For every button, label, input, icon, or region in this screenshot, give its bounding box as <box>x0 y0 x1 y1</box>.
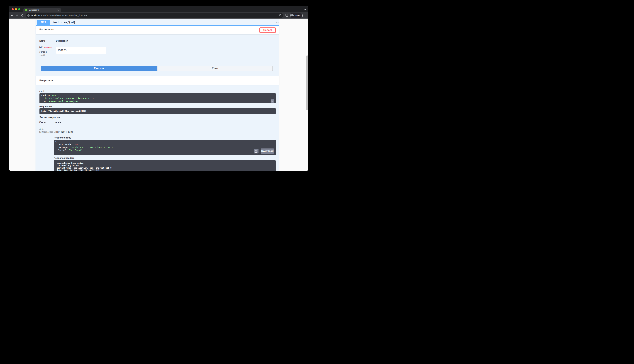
operation-summary[interactable]: GET /articles/{id} <box>36 19 279 26</box>
scrollbar-track-divider <box>306 18 306 171</box>
param-id-input[interactable] <box>56 47 106 54</box>
download-button[interactable]: Download <box>261 148 274 154</box>
browser-toolbar: localhost:3000/api/#/articles/ArticlesCo… <box>9 12 308 19</box>
copy-to-clipboard-icon <box>271 100 274 102</box>
parameters-section-header: Parameters Cancel <box>36 26 279 34</box>
page-info-icon[interactable] <box>28 14 30 17</box>
url-host: localhost <box>31 14 40 17</box>
response-body-block[interactable]: { "statusCode": 404, "message": "Article… <box>54 140 276 155</box>
zoom-icon[interactable] <box>279 14 282 17</box>
collapse-chevron-icon[interactable] <box>276 22 279 23</box>
request-url-value: http://localhost:3000/articles/234235 <box>41 108 86 114</box>
url-text: localhost:3000/api/#/articles/ArticlesCo… <box>31 14 87 17</box>
param-name-header: Name <box>40 40 46 42</box>
browser-menu-icon[interactable] <box>302 14 303 17</box>
tab-close-icon[interactable] <box>57 9 60 12</box>
response-header-divider <box>40 126 276 126</box>
profile-name: Guest <box>295 13 300 18</box>
parameters-tab-underline <box>38 34 54 34</box>
param-type: string <box>39 51 47 53</box>
execute-button[interactable]: Execute <box>41 66 157 71</box>
response-headers-block: connection: keep-alivecontent-length: 86… <box>54 160 276 171</box>
required-label: required <box>44 47 52 48</box>
param-location: (path) <box>39 54 47 56</box>
operation-block-get: GET /articles/{id} Parameters Cancel Nam… <box>36 19 280 171</box>
responses-title: Responses <box>40 76 54 85</box>
back-icon[interactable] <box>11 14 14 17</box>
page-content: GET /articles/{id} Parameters Cancel Nam… <box>9 18 308 171</box>
window-close-button[interactable] <box>12 8 14 10</box>
request-url-label: Request URL <box>40 105 54 108</box>
response-body-json: { "statusCode": 404, "message": "Article… <box>56 140 118 155</box>
response-status-code: 404 <box>39 128 44 130</box>
code-header: Code <box>39 121 46 124</box>
profile-chip[interactable]: Guest <box>290 13 302 18</box>
method-badge: GET <box>37 20 50 25</box>
screenshot-stage: Swagger UI <box>0 0 317 182</box>
tab-parameters[interactable]: Parameters <box>40 26 54 34</box>
response-headers-label: Response headers <box>54 156 74 159</box>
swagger-favicon-icon <box>25 9 28 11</box>
response-body-label: Response body <box>54 136 71 139</box>
responses-section-header: Responses <box>36 76 279 85</box>
response-error-text: Error: Not Found <box>54 130 74 134</box>
operation-path: /articles/{id} <box>52 19 75 26</box>
request-url-block: http://localhost:3000/articles/234235 <box>40 108 276 114</box>
copy-curl-button[interactable] <box>271 99 274 103</box>
side-panel-icon[interactable] <box>286 14 288 16</box>
url-bar[interactable]: localhost:3000/api/#/articles/ArticlesCo… <box>26 13 284 18</box>
reload-icon[interactable] <box>21 14 24 17</box>
tab-title: Swagger UI <box>29 8 40 12</box>
response-headers-list: connection: keep-alivecontent-length: 86… <box>57 162 112 171</box>
url-path: :3000/api/#/articles/ArticlesController_… <box>40 14 87 17</box>
clear-button[interactable]: Clear <box>158 66 273 71</box>
window-zoom-button[interactable] <box>18 8 20 10</box>
browser-tab-swagger-ui[interactable]: Swagger UI <box>24 8 61 12</box>
required-asterisk: * <box>42 46 43 48</box>
cancel-button[interactable]: Cancel <box>260 28 276 33</box>
browser-window: Swagger UI <box>9 6 308 171</box>
details-header: Details <box>54 121 62 124</box>
new-tab-icon[interactable] <box>63 9 65 11</box>
window-minimize-button[interactable] <box>15 8 17 10</box>
guest-avatar-icon <box>290 14 294 17</box>
param-description-header: Description <box>56 40 68 42</box>
curl-code-block[interactable]: curl -X 'GET' \ 'http://localhost:3000/a… <box>40 93 276 104</box>
copy-to-clipboard-icon <box>254 150 258 153</box>
forward-icon[interactable] <box>16 14 18 17</box>
server-response-label: Server response <box>40 116 60 119</box>
tab-search-chevron-icon[interactable] <box>304 9 306 10</box>
undocumented-label: Undocumented <box>39 131 53 133</box>
tab-strip: Swagger UI <box>9 6 308 12</box>
curl-label: Curl <box>40 90 44 93</box>
copy-response-button[interactable] <box>254 149 258 154</box>
scrollbar-thumb[interactable] <box>306 55 308 110</box>
param-header-divider <box>40 44 276 44</box>
curl-command: curl -X 'GET' \ 'http://localhost:3000/a… <box>41 94 94 103</box>
param-name: id* <box>39 46 43 49</box>
